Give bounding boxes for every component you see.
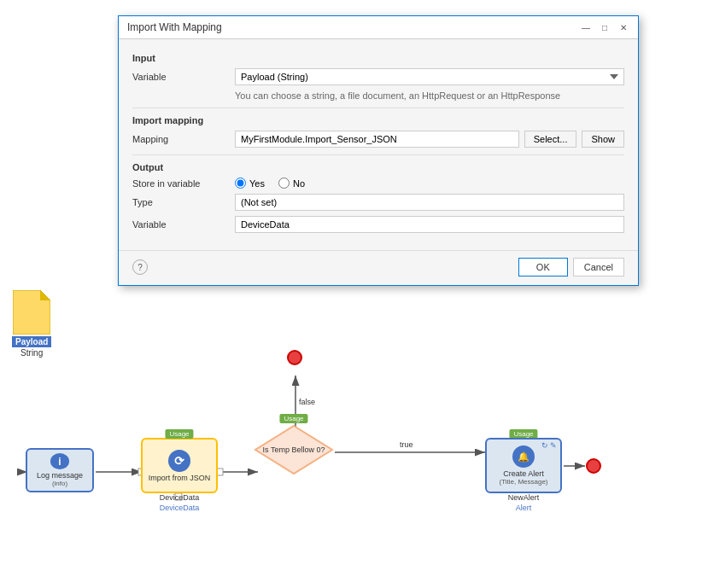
variable-select[interactable]: Payload (String): [235, 68, 624, 85]
mapping-row: Mapping Select... Show: [132, 131, 624, 148]
help-button[interactable]: ?: [132, 259, 148, 275]
store-label: Store in variable: [132, 178, 235, 189]
variable-label: Variable: [132, 72, 235, 82]
type-field[interactable]: [235, 194, 624, 211]
show-button[interactable]: Show: [582, 131, 624, 148]
modal-title: Import With Mapping: [127, 21, 222, 33]
modal-body: Input Variable Payload (String) You can …: [119, 39, 638, 247]
variable-hint: You can choose a string, a file document…: [235, 90, 624, 101]
cancel-button[interactable]: Cancel: [573, 258, 624, 277]
store-no-radio[interactable]: [278, 178, 290, 189]
variable-row: Variable Payload (String): [132, 68, 624, 85]
type-label: Type: [132, 197, 235, 207]
mapping-input[interactable]: [235, 131, 519, 148]
store-yes-label: Yes: [249, 178, 265, 189]
modal-dialog: Import With Mapping — □ ✕ Input Variable…: [118, 15, 639, 286]
store-radio-group: Yes No: [235, 178, 624, 189]
ok-button[interactable]: OK: [518, 258, 568, 277]
mapping-label: Mapping: [132, 134, 235, 144]
maximize-button[interactable]: □: [599, 21, 611, 33]
close-button[interactable]: ✕: [617, 21, 629, 33]
mapping-section-label: Import mapping: [132, 115, 624, 125]
modal-titlebar: Import With Mapping — □ ✕: [119, 16, 638, 39]
select-button[interactable]: Select...: [524, 131, 577, 148]
mapping-field-group: Select... Show: [235, 131, 624, 148]
titlebar-controls: — □ ✕: [580, 21, 629, 33]
store-field: Yes No: [235, 178, 624, 189]
store-no-label: No: [293, 178, 305, 189]
output-variable-field[interactable]: [235, 216, 624, 233]
modal-footer: ? OK Cancel: [119, 250, 638, 285]
variable-field[interactable]: Payload (String): [235, 68, 624, 85]
type-input[interactable]: [235, 194, 624, 211]
output-variable-label: Variable: [132, 219, 235, 230]
store-yes-option[interactable]: Yes: [235, 178, 265, 189]
store-no-option[interactable]: No: [278, 178, 305, 189]
output-section-label: Output: [132, 162, 624, 172]
output-variable-row: Variable: [132, 216, 624, 233]
store-yes-radio[interactable]: [235, 178, 246, 189]
type-row: Type: [132, 194, 624, 211]
minimize-button[interactable]: —: [580, 21, 592, 33]
store-row: Store in variable Yes No: [132, 178, 624, 189]
divider-2: [132, 154, 624, 155]
input-section-label: Input: [132, 53, 624, 63]
modal-overlay: Import With Mapping — □ ✕ Input Variable…: [0, 0, 708, 588]
output-variable-input[interactable]: [235, 216, 624, 233]
divider-1: [132, 108, 624, 108]
